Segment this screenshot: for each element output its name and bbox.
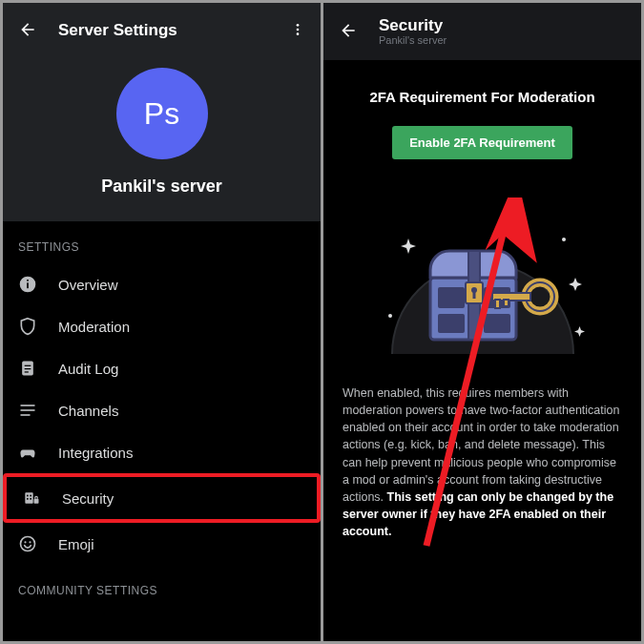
sidebar-item-label: Audit Log [58,361,118,377]
svg-rect-8 [25,368,31,369]
svg-point-2 [297,32,300,35]
sidebar-item-label: Channels [58,403,118,419]
svg-rect-28 [438,314,465,333]
sidebar-item-label: Moderation [58,319,130,335]
server-hero: Ps Pankil's server [3,58,321,221]
sidebar-item-emoji[interactable]: Emoji [3,523,321,565]
svg-rect-12 [21,414,31,416]
lock-server-icon [22,488,41,508]
svg-point-20 [24,541,26,543]
sidebar-item-label: Security [62,490,114,507]
svg-point-1 [297,28,300,31]
svg-rect-5 [27,280,29,281]
sidebar-item-moderation[interactable]: Moderation [3,305,321,347]
svg-rect-36 [495,300,500,308]
info-icon [18,275,37,294]
svg-point-22 [562,238,566,241]
section-label-community: COMMUNITY SETTINGS [3,565,321,607]
svg-rect-29 [484,314,510,333]
description-text: When enabled, this requires members with… [341,384,624,540]
page-title: Security [379,17,447,35]
sidebar-item-integrations[interactable]: Integrations [3,431,321,473]
section-heading: 2FA Requirement For Moderation [341,89,624,105]
sidebar-item-channels[interactable]: Channels [3,389,321,431]
svg-rect-10 [21,405,35,406]
svg-point-19 [21,537,35,551]
list-icon [18,401,37,420]
shield-icon [18,317,37,336]
sidebar-item-overview[interactable]: Overview [3,263,321,305]
svg-rect-32 [472,291,475,299]
server-name: Pankil's server [3,177,321,197]
more-options-icon[interactable] [290,22,305,40]
header-bar: Server Settings [3,3,321,58]
svg-rect-7 [25,365,31,366]
svg-rect-18 [34,499,39,504]
page-title: Server Settings [58,21,177,40]
back-arrow-icon[interactable] [339,21,358,43]
description-plain: When enabled, this requires members with… [343,386,619,504]
svg-rect-14 [27,495,29,497]
svg-rect-11 [21,409,35,411]
header-bar: Security Pankil's server [323,3,641,60]
svg-rect-37 [504,300,509,306]
svg-rect-9 [25,371,29,372]
sidebar-item-audit-log[interactable]: Audit Log [3,347,321,389]
svg-point-0 [297,24,300,27]
server-avatar[interactable]: Ps [116,68,208,159]
svg-rect-4 [27,282,29,288]
enable-2fa-button[interactable]: Enable 2FA Requirement [392,126,572,159]
sidebar-item-label: Integrations [58,445,133,461]
back-arrow-icon[interactable] [18,20,37,42]
svg-rect-17 [30,498,31,500]
svg-rect-16 [27,498,29,500]
emoji-icon [18,534,37,553]
svg-rect-15 [30,495,31,497]
treasure-illustration [373,192,592,373]
section-label-settings: SETTINGS [3,221,321,263]
clipboard-icon [18,359,37,378]
sidebar-item-label: Overview [58,277,118,293]
right-pane-security: Security Pankil's server 2FA Requirement… [323,3,641,641]
gamepad-icon [18,443,37,462]
svg-rect-26 [438,287,465,308]
svg-rect-13 [25,492,32,504]
svg-point-21 [29,541,31,543]
sidebar-item-label: Emoji [58,536,94,552]
left-pane-server-settings: Server Settings Ps Pankil's server SETTI… [3,3,321,641]
sidebar-item-security[interactable]: Security [3,473,321,523]
page-subtitle: Pankil's server [379,34,447,46]
svg-point-23 [388,314,392,318]
